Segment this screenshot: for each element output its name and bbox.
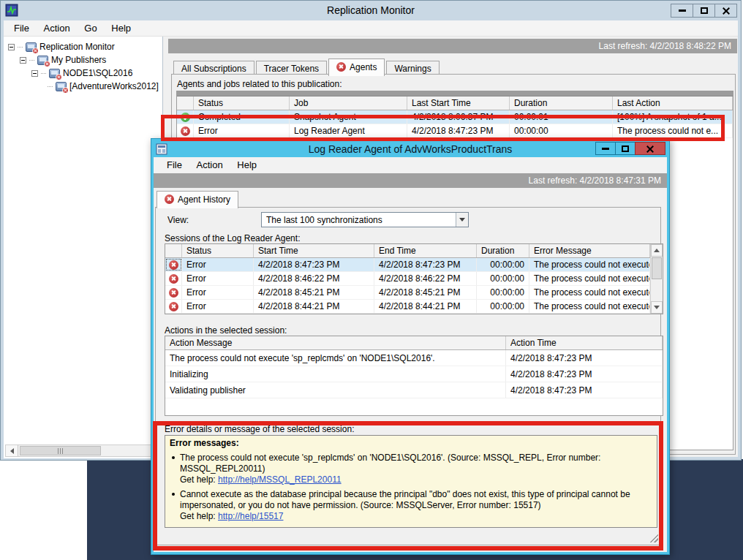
error-status-icon: [181, 126, 190, 136]
tab-error-icon: [165, 194, 174, 204]
error-message-item: The process could not execute 'sp_replcm…: [170, 453, 651, 485]
tree-node-label: My Publishers: [51, 55, 106, 65]
collapse-icon[interactable]: [31, 70, 38, 77]
column-header-last-start-time[interactable]: Last Start Time: [407, 97, 510, 110]
close-icon: [722, 7, 731, 15]
close-button[interactable]: [635, 142, 665, 155]
scroll-left-button[interactable]: [6, 445, 18, 456]
column-header-job[interactable]: Job: [290, 97, 407, 110]
help-link[interactable]: http://help/15517: [218, 511, 283, 521]
table-row-session-2[interactable]: Error 4/2/2018 8:46:22 PM 4/2/2018 8:46:…: [165, 272, 650, 286]
minimize-button[interactable]: [595, 142, 616, 155]
error-message-item: Cannot execute as the database principal…: [170, 489, 651, 522]
menu-go[interactable]: Go: [78, 20, 102, 36]
log-reader-agent-window: Log Reader Agent of AdvWorksProductTrans…: [151, 138, 670, 555]
error-message-text: The process could not execute 'sp_replcm…: [180, 453, 600, 474]
column-header-duration[interactable]: Duration: [510, 97, 613, 110]
menu-file[interactable]: File: [8, 20, 35, 36]
column-header-action-message[interactable]: Action Message: [165, 336, 506, 349]
table-row-snapshot-agent[interactable]: Completed Snapshot Agent 4/2/2018 8:06:3…: [177, 110, 733, 124]
column-header-status-icon[interactable]: [177, 97, 194, 110]
maximize-icon: [622, 145, 629, 152]
column-header-start-time[interactable]: Start Time: [254, 244, 374, 257]
close-button[interactable]: [714, 4, 737, 18]
maximize-button[interactable]: [615, 142, 635, 155]
menu-file[interactable]: File: [161, 157, 188, 173]
view-dropdown[interactable]: The last 100 synchronizations: [261, 212, 469, 227]
close-icon: [646, 145, 655, 153]
scrollbar-thumb[interactable]: [652, 257, 662, 279]
last-refresh-bar: Last refresh: 4/2/2018 8:48:22 PM: [168, 39, 737, 53]
column-header-action-time[interactable]: Action Time: [506, 336, 663, 349]
scroll-up-icon: [654, 246, 660, 252]
menu-help[interactable]: Help: [231, 157, 263, 173]
scroll-down-button[interactable]: [651, 301, 663, 314]
table-row-log-reader-agent[interactable]: Error Log Reader Agent 4/2/2018 8:47:23 …: [177, 124, 733, 138]
menu-action[interactable]: Action: [191, 157, 229, 173]
agents-section-label: Agents and jobs related to this publicat…: [177, 79, 342, 89]
tree-horizontal-scrollbar[interactable]: [5, 444, 161, 457]
menu-bar: File Action Go Help: [4, 20, 738, 37]
tab-agents[interactable]: Agents: [328, 58, 385, 76]
window-title: Replication Monitor: [1, 4, 741, 16]
column-header-error-message[interactable]: Error Message: [529, 244, 650, 257]
tree-node-my-publishers[interactable]: My Publishers: [20, 53, 106, 67]
sessions-label: Sessions of the Log Reader Agent:: [165, 233, 300, 243]
error-details-box: Error messages: The process could not ex…: [165, 435, 657, 528]
maximize-button[interactable]: [693, 4, 715, 18]
error-message-text: Cannot execute as the database principal…: [180, 489, 630, 510]
error-status-icon: [169, 302, 178, 311]
scroll-up-button[interactable]: [651, 244, 663, 257]
column-header-end-time[interactable]: End Time: [374, 244, 477, 257]
column-header-duration[interactable]: Duration: [477, 244, 529, 257]
help-link[interactable]: http://help/MSSQL_REPL20011: [218, 474, 342, 485]
table-row-session-3[interactable]: Error 4/2/2018 8:45:21 PM 4/2/2018 8:45:…: [165, 286, 650, 300]
bullet-icon: [172, 456, 175, 459]
sessions-vertical-scrollbar[interactable]: [650, 244, 663, 314]
tab-agent-history[interactable]: Agent History: [156, 191, 238, 208]
agent-app-icon: [156, 143, 167, 155]
actions-label: Actions in the selected session:: [165, 325, 287, 336]
tree-node-replication-monitor[interactable]: Replication Monitor: [8, 40, 115, 53]
server-error-icon: [49, 69, 60, 78]
last-refresh-bar: Last refresh: 4/2/2018 8:47:31 PM: [154, 173, 667, 188]
tree-node-label: [AdventureWorks2012]: [69, 81, 159, 91]
table-row-action-3[interactable]: Validating publisher 4/2/2018 8:47:23 PM: [165, 382, 663, 398]
publisher-tree-panel: Replication Monitor My Publishers NODE1\…: [4, 37, 163, 458]
window-controls: [671, 4, 737, 18]
column-header-status[interactable]: Status: [194, 97, 290, 110]
table-row-action-2[interactable]: Initializing 4/2/2018 8:47:23 PM: [165, 366, 663, 382]
menu-help[interactable]: Help: [105, 20, 137, 36]
view-dropdown-value: The last 100 synchronizations: [262, 215, 456, 225]
table-row-session-4[interactable]: Error 4/2/2018 8:44:21 PM 4/2/2018 8:44:…: [165, 300, 650, 314]
collapse-icon[interactable]: [8, 44, 15, 50]
menu-action[interactable]: Action: [38, 20, 76, 36]
column-header-status[interactable]: Status: [182, 244, 254, 257]
grid-top-band: [177, 91, 733, 97]
dropdown-button[interactable]: [456, 213, 468, 227]
publication-error-icon: [56, 82, 67, 91]
actions-grid-header: Action Message Action Time: [165, 336, 663, 350]
error-badge-icon: [62, 87, 69, 94]
collapse-icon[interactable]: [20, 57, 26, 64]
bullet-icon: [172, 493, 175, 496]
tree-node-node1-sql2016[interactable]: NODE1\SQL2016: [31, 67, 132, 80]
scrollbar-thumb[interactable]: [20, 446, 101, 455]
table-row-session-1[interactable]: Error 4/2/2018 8:47:23 PM 4/2/2018 8:47:…: [165, 258, 650, 272]
error-status-icon: [169, 288, 178, 298]
actions-grid: Action Message Action Time The process c…: [165, 336, 663, 416]
agents-grid-header: Status Job Last Start Time Duration Last…: [177, 97, 733, 110]
view-label: View:: [167, 215, 189, 225]
sessions-grid-header: Status Start Time End Time Duration Erro…: [165, 244, 650, 258]
minimize-button[interactable]: [671, 4, 693, 18]
table-row-action-1[interactable]: The process could not execute 'sp_replcm…: [165, 350, 663, 366]
column-header-last-action[interactable]: Last Action: [613, 97, 733, 110]
minimize-icon: [679, 10, 686, 12]
sessions-grid: Status Start Time End Time Duration Erro…: [165, 243, 663, 314]
menu-bar: File Action Help: [154, 157, 667, 173]
replication-monitor-app-icon: [5, 4, 18, 17]
tree-node-adventureworks2012[interactable]: [AdventureWorks2012]: [48, 80, 159, 93]
resize-grip[interactable]: [649, 533, 658, 542]
error-details-label: Error details or message of the selected…: [165, 424, 354, 434]
column-header-status-icon[interactable]: [165, 244, 182, 257]
